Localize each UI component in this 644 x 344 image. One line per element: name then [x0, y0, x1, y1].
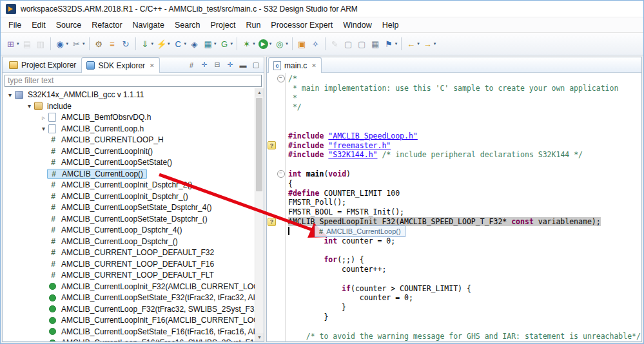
code-line[interactable]: AMCLIB_SpeedLoopInit_F32(AMCLIB_SPEED_LO…: [288, 217, 641, 227]
clean-button-dropdown-icon[interactable]: ▾: [83, 41, 85, 46]
menu-navigate[interactable]: Navigate: [128, 19, 170, 32]
search-button[interactable]: ✧: [309, 37, 322, 51]
menu-search[interactable]: Search: [170, 19, 206, 32]
build-log-button[interactable]: ≡: [106, 37, 119, 51]
back-button[interactable]: ←▾: [404, 37, 421, 51]
code-line[interactable]: */: [288, 102, 641, 112]
tree-row[interactable]: ▾S32K14x_AMMCLIB_gcc v 1.1.11: [3, 90, 264, 101]
tree-row[interactable]: #AMCLIB_CurrentLoopInit_Dsptchr_(): [3, 191, 264, 202]
code-line[interactable]: }: [288, 312, 641, 322]
menu-edit[interactable]: Edit: [26, 19, 51, 32]
tree-row[interactable]: AMCLIB_CurrentLoop_F16(tFrac16, SWLIBS_2…: [3, 338, 264, 342]
code-line[interactable]: /*: [288, 74, 641, 84]
tree-row[interactable]: AMCLIB_CurrentLoopInit_F32(AMCLIB_CURREN…: [3, 281, 264, 292]
pin-editor-button[interactable]: ▦: [369, 37, 382, 51]
profile-button[interactable]: ◎▾: [273, 37, 289, 51]
previous-annotation-button[interactable]: ▢: [355, 37, 369, 51]
help-marker-icon[interactable]: ?: [268, 218, 276, 226]
maximize-view-button[interactable]: ▢: [250, 59, 262, 71]
tree-row[interactable]: AMCLIB_CurrentLoopSetState_F32(tFrac32, …: [3, 292, 264, 304]
code-line[interactable]: counter++;: [288, 265, 641, 274]
tab-project-explorer[interactable]: Project Explorer: [4, 57, 81, 72]
last-edit-location-button[interactable]: ⚑▾: [382, 37, 399, 51]
code-line[interactable]: int counter = 0;: [288, 236, 641, 246]
component-inspector-button[interactable]: ▦▾: [201, 37, 218, 51]
tree-row[interactable]: ▹AMCLIB_BemfObsrvDQ.h: [3, 112, 264, 124]
flash-download-button[interactable]: ⇓▾: [139, 37, 155, 51]
open-peripherals-button[interactable]: ◈: [188, 37, 201, 51]
tree-row[interactable]: #AMCLIB_CurrentLoop_Dsptchr_(): [3, 236, 264, 247]
forward-button[interactable]: →▾: [421, 37, 438, 51]
tree-row[interactable]: #AMCLIB_CURRENT_LOOP_DEFAULT_F16: [3, 258, 264, 270]
link-with-editor-button[interactable]: ✛: [199, 59, 210, 71]
build-all-button[interactable]: ⚙: [92, 37, 106, 51]
tree-scrollbar[interactable]: ▲ ▼: [255, 88, 264, 342]
new-c-file-button-dropdown-icon[interactable]: ▾: [184, 41, 187, 46]
forward-button-dropdown-icon[interactable]: ▾: [434, 41, 436, 46]
menu-source[interactable]: Source: [51, 19, 87, 32]
code-line[interactable]: for(;;) {: [288, 255, 641, 265]
code-line[interactable]: int main(void): [288, 169, 641, 179]
expand-icon[interactable]: ▹: [39, 114, 48, 121]
tree-row[interactable]: AMCLIB_CurrentLoopInit_F16(AMCLIB_CURREN…: [3, 315, 264, 327]
fold-collapse-icon[interactable]: −: [277, 170, 285, 178]
code-line[interactable]: [288, 227, 641, 236]
generate-code-button[interactable]: G▾: [218, 37, 235, 51]
code-area[interactable]: /* * main implementation: use this 'C' s…: [286, 73, 641, 341]
code-line[interactable]: [288, 322, 641, 332]
collapse-all-button[interactable]: ⊟: [211, 59, 223, 71]
tree-row[interactable]: ▾AMCLIB_CurrentLoop.h: [3, 123, 264, 135]
code-line[interactable]: [288, 112, 641, 122]
debug-config-button-dropdown-icon[interactable]: ▾: [66, 41, 69, 46]
debug-button[interactable]: ✶▾: [240, 37, 257, 51]
code-line[interactable]: [288, 274, 641, 284]
code-line[interactable]: counter = 0;: [288, 293, 641, 303]
menu-processor-expert[interactable]: Processor Expert: [266, 19, 338, 32]
code-line[interactable]: #define COUNTER_LIMIT 100: [288, 189, 641, 198]
open-project-button[interactable]: ▣: [295, 37, 309, 51]
next-annotation-button[interactable]: ▢: [342, 37, 355, 51]
tree-row[interactable]: AMCLIB_CurrentLoopSetState_F16(tFrac16, …: [3, 326, 264, 338]
code-line[interactable]: #include "S32K144.h" /* include peripher…: [288, 150, 641, 160]
code-line[interactable]: [288, 122, 641, 131]
code-line[interactable]: {: [288, 179, 641, 189]
debug-config-button[interactable]: ◉▾: [54, 37, 70, 51]
tree-row[interactable]: #AMCLIB_CurrentLoopSetState_Dsptchr_4(): [3, 202, 264, 214]
code-line[interactable]: [288, 160, 641, 169]
filter-input[interactable]: [5, 75, 262, 87]
menu-help[interactable]: Help: [377, 19, 404, 32]
tab-main-c[interactable]: cmain.c✕: [268, 57, 322, 73]
scrollbar-thumb[interactable]: [256, 98, 262, 191]
code-line[interactable]: [288, 245, 641, 255]
sort-button[interactable]: #: [186, 59, 197, 71]
tree-row[interactable]: #AMCLIB_CURRENT_LOOP_DEFAULT_FLT: [3, 270, 264, 282]
profile-button-dropdown-icon[interactable]: ▾: [286, 41, 288, 46]
tab-sdk-explorer[interactable]: SDK Explorer✕: [81, 57, 159, 73]
code-line[interactable]: }: [288, 303, 641, 312]
debug-button-dropdown-icon[interactable]: ▾: [253, 41, 255, 46]
close-icon[interactable]: ✕: [311, 62, 317, 69]
close-icon[interactable]: ✕: [150, 62, 155, 69]
tree-row[interactable]: #AMCLIB_CURRENTLOOP_H: [3, 135, 264, 146]
tree-row[interactable]: #AMCLIB_CurrentLoop_Dsptchr_4(): [3, 225, 264, 236]
new-c-file-button[interactable]: C▾: [171, 37, 188, 51]
clean-button[interactable]: ✂▾: [70, 37, 86, 51]
tree-row[interactable]: #AMCLIB_CurrentLoopInit(): [3, 146, 264, 157]
code-line[interactable]: FMSTR_BOOL = FMSTR_Init();: [288, 207, 641, 217]
flash-from-file-button[interactable]: ⚡▾: [155, 37, 171, 51]
tree-row[interactable]: #AMCLIB_CURRENT_LOOP_DEFAULT_F32: [3, 247, 264, 259]
tree-row[interactable]: #AMCLIB_CurrentLoopInit_Dsptchr_2(): [3, 180, 264, 191]
tree-row[interactable]: #AMCLIB_CurrentLoopSetState(): [3, 157, 264, 169]
menu-project[interactable]: Project: [206, 19, 241, 32]
run-button-dropdown-icon[interactable]: ▾: [269, 41, 272, 46]
menu-refactor[interactable]: Refactor: [86, 19, 127, 32]
flash-from-file-button-dropdown-icon[interactable]: ▾: [168, 41, 170, 46]
run-button[interactable]: ▶▾: [257, 37, 273, 51]
menu-run[interactable]: Run: [240, 19, 266, 32]
new-wizard-button[interactable]: ⊞▾: [4, 37, 21, 51]
menu-file[interactable]: File: [3, 19, 26, 32]
tree-row[interactable]: ▾include: [3, 100, 264, 112]
generate-code-button-dropdown-icon[interactable]: ▾: [231, 41, 233, 46]
scroll-up-icon[interactable]: ▲: [255, 88, 264, 97]
code-line[interactable]: #if defined (__ghs__): [288, 341, 641, 341]
